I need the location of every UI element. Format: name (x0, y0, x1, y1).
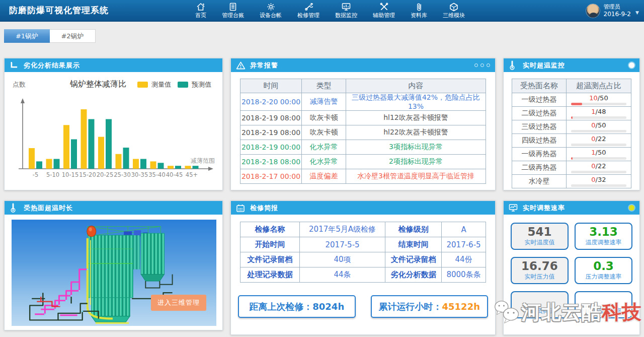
panel-header: 实时超温监控 (504, 58, 639, 72)
alarm-row[interactable]: 2018-2-18 08:00化水异常2项指标出现异常 (240, 155, 486, 169)
surface-name: 三级过热器 (512, 120, 567, 134)
status-indicator[interactable] (629, 62, 634, 68)
rate-card[interactable]: 实时负荷值 (511, 291, 569, 318)
alarm-table: 时间类型内容 2018-2-20 00:00减薄告警三级过热器最大减薄值42%，… (240, 79, 486, 184)
overtemp-total: /50 (596, 149, 606, 156)
alarm-row[interactable]: 2018-2-17 00:00温度偏差水冷壁3根管道温度明显高于临近管排 (240, 169, 486, 184)
legend-swatch-predicted (178, 82, 188, 88)
user-date: 2016-9-2 (604, 11, 631, 18)
overtemp-count: 0 (591, 162, 595, 170)
data-monitor-icon (342, 3, 351, 11)
maintenance-value: 40项 (300, 252, 385, 267)
rate-label: 实时负荷值 (525, 307, 555, 315)
ledger-icon (229, 3, 237, 11)
monitor-chart-icon (509, 204, 519, 213)
tab-boiler-2[interactable]: #2锅炉 (50, 29, 96, 43)
since-last-maintenance-button[interactable]: 距离上次检修：8024h (238, 295, 356, 318)
overtemp-progress-bar (571, 171, 626, 173)
alarm-type: 减薄告警 (302, 93, 346, 111)
overtemp-count: 1 (591, 108, 595, 115)
nav-item-6[interactable]: 辅助管理 (373, 0, 395, 22)
rate-card[interactable]: 3.13温度调整速率 (575, 223, 632, 250)
equipment-icon (267, 3, 275, 11)
chart-y-axis-label: 点数 (13, 80, 26, 89)
overtemp-row[interactable]: 水冷壁0/32 (512, 175, 631, 188)
panel-options-dots[interactable] (474, 63, 490, 67)
enter-3d-management-button[interactable]: 进入三维管理 (151, 295, 206, 311)
overtemp-progress-bar (571, 157, 626, 160)
overtemp-col-header: 受热面名称 (512, 79, 567, 93)
nav-item-4[interactable]: 检修管理 (297, 0, 319, 22)
repair-icon (304, 3, 313, 11)
maintenance-value: 2017-6-5 (442, 237, 486, 252)
home-icon (196, 3, 205, 11)
boiler-3d-view[interactable]: 进入三维管理 (12, 220, 216, 326)
rate-card[interactable]: 0.3压力调整速率 (575, 257, 632, 284)
status-indicator[interactable] (629, 205, 634, 211)
nav-item-5[interactable]: 数据监控 (335, 0, 357, 22)
surface-name: 水冷壁 (512, 175, 567, 188)
panel-maintenance-briefing: 检修简报 检修名称2017年5月A级检修检修级别A开始时间2017-5-5结束时… (230, 200, 496, 335)
overtemp-progress-bar (571, 116, 626, 119)
legend-label-measured: 测量值 (151, 80, 171, 89)
chart-title: 锅炉整体减薄比 (70, 79, 126, 90)
overtemp-row[interactable]: 三级过热器0/50 (512, 120, 631, 134)
nav-item-3[interactable]: 设备台帐 (260, 0, 282, 22)
chart-legend: 测量值 预测值 (137, 80, 214, 89)
rate-card[interactable]: 16.76实时压力值 (511, 257, 569, 284)
panel-title: 劣化分析结果展示 (24, 61, 80, 70)
alarm-type: 化水异常 (302, 155, 346, 169)
alarm-row[interactable]: 2018-2-19 08:00吹灰卡顿hl12吹灰器卡顿报警 (240, 111, 486, 125)
svg-text:30-35: 30-35 (131, 171, 148, 178)
user-name: 管理员 (604, 4, 631, 11)
overtemp-progress-bar (571, 184, 626, 187)
top-navbar: 防磨防爆可视化管理系统 首页管理台账设备台帐检修管理数据监控辅助管理资料库三维模… (0, 0, 644, 22)
alarm-content: 水冷壁3根管道温度明显高于临近管排 (346, 169, 486, 184)
alarm-content: 3项指标出现异常 (346, 140, 486, 155)
alarm-row[interactable]: 2018-2-20 00:00减薄告警三级过热器最大减薄值42%，危险点占比13… (240, 93, 486, 111)
nav-item-label: 设备台帐 (260, 12, 282, 19)
overtemp-row[interactable]: 二级过热器1/48 (512, 107, 631, 120)
overtemp-row[interactable]: 二级再热器0/22 (512, 161, 631, 175)
panel-heating-surface-overtemp: 受热面超温时长 (4, 200, 223, 330)
maintenance-value: 2017年5月A级检修 (300, 222, 385, 237)
button-label: 距离上次检修： (249, 301, 312, 313)
rate-label: 负荷调整速率 (586, 307, 622, 315)
alarm-row[interactable]: 2018-2-19 00:00化水异常3项指标出现异常 (240, 140, 486, 155)
overtemp-progress-bar (571, 103, 626, 105)
rate-card[interactable]: 负荷调整速率 (575, 291, 632, 318)
nav-item-label: 数据监控 (335, 12, 357, 19)
overtemp-row[interactable]: 一级过热器10/50 (512, 93, 631, 107)
overtemp-total: /48 (596, 108, 606, 115)
alarm-content: 2项指标出现异常 (346, 155, 486, 169)
overtemp-ratio-cell: 0/22 (566, 134, 631, 148)
overtemp-total: /32 (596, 176, 606, 183)
nav-item-1[interactable]: 首页 (195, 0, 206, 22)
alarm-time: 2018-2-19 00:00 (240, 140, 302, 155)
nav-item-2[interactable]: 管理台账 (222, 0, 244, 22)
nav-item-label: 辅助管理 (373, 12, 395, 19)
maintenance-table: 检修名称2017年5月A级检修检修级别A开始时间2017-5-5结束时间2017… (240, 222, 486, 283)
rate-card[interactable]: 541实时温度值 (511, 223, 569, 250)
chevron-down-icon[interactable]: ▼ (635, 10, 639, 15)
alarm-col-header: 时间 (240, 79, 302, 93)
user-avatar[interactable] (586, 4, 600, 18)
nav-item-8[interactable]: 三维模块 (443, 0, 465, 22)
total-running-hours-button[interactable]: 累计运行小时：45122h (371, 295, 489, 318)
alarm-row[interactable]: 2018-2-19 08:00吹灰卡顿hl22吹灰器卡顿报警 (240, 125, 486, 140)
overtemp-row[interactable]: 一级再热器1/50 (512, 148, 631, 161)
panel-title: 异常报警 (250, 61, 278, 70)
nav-item-7[interactable]: 资料库 (411, 0, 427, 22)
overtemp-ratio-cell: 1/50 (566, 148, 631, 161)
maintenance-label: 文件记录留档 (385, 252, 442, 267)
panel-title: 实时调整速率 (523, 204, 565, 213)
surface-name: 二级再热器 (512, 161, 567, 175)
nav-item-label: 资料库 (411, 12, 427, 19)
alarm-type: 温度偏差 (302, 169, 346, 184)
panel-header: 受热面超温时长 (5, 201, 222, 215)
maintenance-label: 文件记录留档 (240, 252, 300, 267)
overtemp-row[interactable]: 四级过热器0/22 (512, 134, 631, 148)
user-block[interactable]: 管理员 2016-9-2 ▼ (586, 0, 631, 22)
tab-boiler-1[interactable]: #1锅炉 (4, 29, 50, 43)
maintenance-row: 文件记录留档40项文件记录留档44份 (240, 252, 486, 267)
